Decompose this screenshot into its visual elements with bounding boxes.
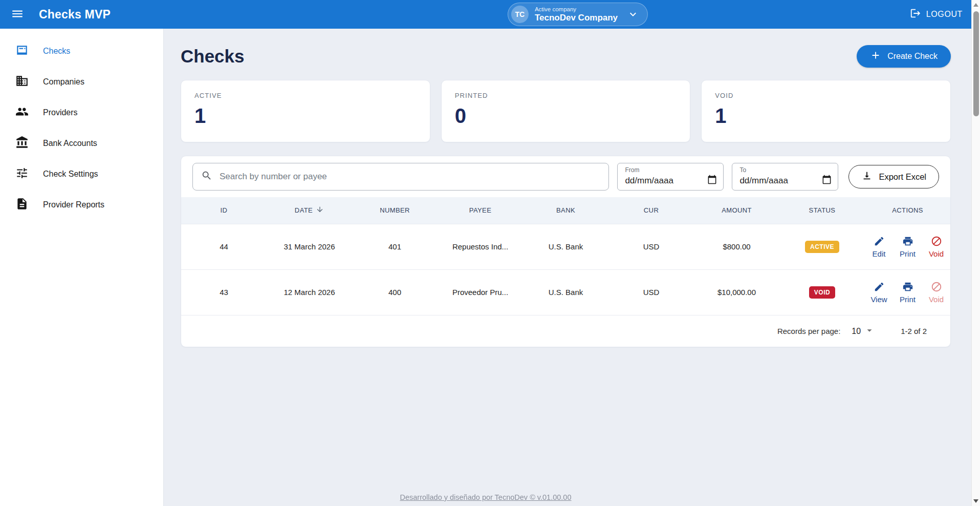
edit-action-button[interactable]: Edit: [869, 236, 889, 258]
column-header-payee[interactable]: PAYEE: [438, 197, 523, 224]
stat-label: ACTIVE: [194, 92, 417, 99]
stats-row: ACTIVE1PRINTED0VOID1: [181, 80, 951, 142]
printer-icon: [902, 236, 913, 248]
cell-number: 401: [352, 224, 438, 269]
sort-arrow-icon: [316, 205, 324, 215]
date-from-value: dd/mm/aaaa: [625, 176, 673, 186]
date-to-field[interactable]: To dd/mm/aaaa: [732, 163, 838, 191]
hamburger-icon: [11, 7, 24, 22]
stat-value: 1: [194, 104, 417, 128]
cell-actions: EditPrintVoid: [865, 224, 950, 269]
search-icon: [201, 170, 212, 183]
sidebar-item-provider-reports[interactable]: Provider Reports: [0, 189, 163, 220]
stat-value: 1: [715, 104, 937, 128]
export-excel-button[interactable]: Export Excel: [848, 165, 939, 188]
sidebar-item-companies[interactable]: Companies: [0, 67, 163, 97]
scroll-up-arrow-icon[interactable]: [973, 3, 978, 7]
void-action-button[interactable]: Void: [926, 281, 947, 304]
action-label: Void: [929, 295, 944, 304]
scrollbar-thumb[interactable]: [973, 11, 979, 116]
pencil-icon: [874, 236, 885, 248]
view-action-button[interactable]: View: [869, 281, 889, 304]
column-header-bank[interactable]: BANK: [523, 197, 608, 224]
cell-date: 12 March 2026: [267, 269, 352, 315]
cell-cur: USD: [608, 224, 694, 269]
cell-cur: USD: [608, 269, 694, 315]
footer-credit-link[interactable]: Desarrollado y diseñado por TecnoDev © v…: [400, 493, 572, 501]
column-header-status[interactable]: STATUS: [779, 197, 865, 224]
create-check-button[interactable]: Create Check: [857, 45, 951, 68]
stat-card-printed: PRINTED0: [441, 80, 691, 142]
plus-icon: [870, 50, 881, 63]
checks-table: IDDATENUMBERPAYEEBANKCURAMOUNTSTATUSACTI…: [181, 197, 950, 315]
cell-actions: ViewPrintVoid: [865, 269, 950, 315]
records-per-page-select[interactable]: 10: [852, 325, 875, 338]
calendar-icon[interactable]: [822, 175, 832, 186]
sidebar-item-check-settings[interactable]: Check Settings: [0, 159, 163, 189]
date-from-label: From: [625, 166, 717, 174]
menu-button[interactable]: [7, 4, 28, 25]
sidebar-item-label: Providers: [43, 108, 78, 117]
sidebar-item-providers[interactable]: Providers: [0, 97, 163, 128]
building-icon: [15, 74, 29, 90]
company-avatar: TC: [511, 6, 529, 23]
column-header-date[interactable]: DATE: [267, 197, 352, 224]
sidebar-item-label: Companies: [43, 77, 84, 87]
date-from-field[interactable]: From dd/mm/aaaa: [617, 163, 724, 191]
bank-icon: [15, 136, 29, 151]
status-badge: VOID: [809, 286, 835, 299]
calendar-icon[interactable]: [707, 175, 717, 186]
app-title: Checks MVP: [39, 8, 111, 22]
stat-label: VOID: [715, 92, 937, 99]
print-action-button[interactable]: Print: [898, 281, 918, 304]
action-label: Print: [900, 295, 916, 304]
void-action-button[interactable]: Void: [926, 236, 947, 258]
cell-amount: $800.00: [694, 224, 779, 269]
company-selector[interactable]: TC Active company TecnoDev Company: [508, 3, 648, 26]
sidebar-item-label: Bank Accounts: [43, 139, 97, 148]
logout-icon: [910, 8, 921, 21]
column-label: PAYEE: [469, 206, 491, 214]
sidebar-item-checks[interactable]: Checks: [0, 36, 163, 67]
column-header-cur[interactable]: CUR: [608, 197, 694, 224]
search-input[interactable]: [220, 172, 601, 182]
vertical-scrollbar[interactable]: [971, 0, 980, 506]
date-to-value: dd/mm/aaaa: [739, 176, 788, 186]
cell-id: 44: [181, 224, 267, 269]
column-header-amount[interactable]: AMOUNT: [694, 197, 779, 224]
stat-label: PRINTED: [455, 92, 677, 99]
stat-value: 0: [455, 104, 677, 128]
column-header-number[interactable]: NUMBER: [352, 197, 438, 224]
column-label: CUR: [644, 206, 659, 214]
sidebar-item-label: Checks: [43, 47, 70, 56]
print-action-button[interactable]: Print: [898, 236, 918, 258]
search-box: [192, 163, 609, 191]
scroll-down-arrow-icon[interactable]: [973, 499, 978, 503]
table-row: 4312 March 2026400Proveedor Pru...U.S. B…: [181, 269, 950, 315]
report-file-icon: [15, 197, 29, 213]
cell-bank: U.S. Bank: [523, 269, 608, 315]
sidebar-item-bank-accounts[interactable]: Bank Accounts: [0, 128, 163, 159]
tune-icon: [15, 166, 29, 182]
checkbook-icon: [15, 44, 29, 59]
column-label: STATUS: [809, 206, 836, 214]
cell-bank: U.S. Bank: [523, 224, 608, 269]
block-icon: [931, 236, 942, 248]
action-label: Edit: [873, 249, 886, 258]
sidebar: ChecksCompaniesProvidersBank AccountsChe…: [0, 29, 164, 506]
logout-label: LOGOUT: [926, 10, 963, 19]
pencil-icon: [874, 281, 885, 294]
export-excel-label: Export Excel: [879, 172, 926, 182]
printer-icon: [902, 281, 913, 294]
sidebar-item-label: Provider Reports: [43, 200, 104, 209]
column-header-actions[interactable]: ACTIONS: [865, 197, 950, 224]
cell-date: 31 March 2026: [267, 224, 352, 269]
people-icon: [15, 105, 29, 120]
column-header-id[interactable]: ID: [181, 197, 267, 224]
cell-id: 43: [181, 269, 267, 315]
pagination: Records per page: 10 1-2 of 2: [181, 315, 950, 347]
column-label: AMOUNT: [722, 206, 752, 214]
logout-button[interactable]: LOGOUT: [910, 8, 963, 21]
active-company-name: TecnoDev Company: [535, 13, 618, 23]
block-icon: [931, 281, 942, 294]
